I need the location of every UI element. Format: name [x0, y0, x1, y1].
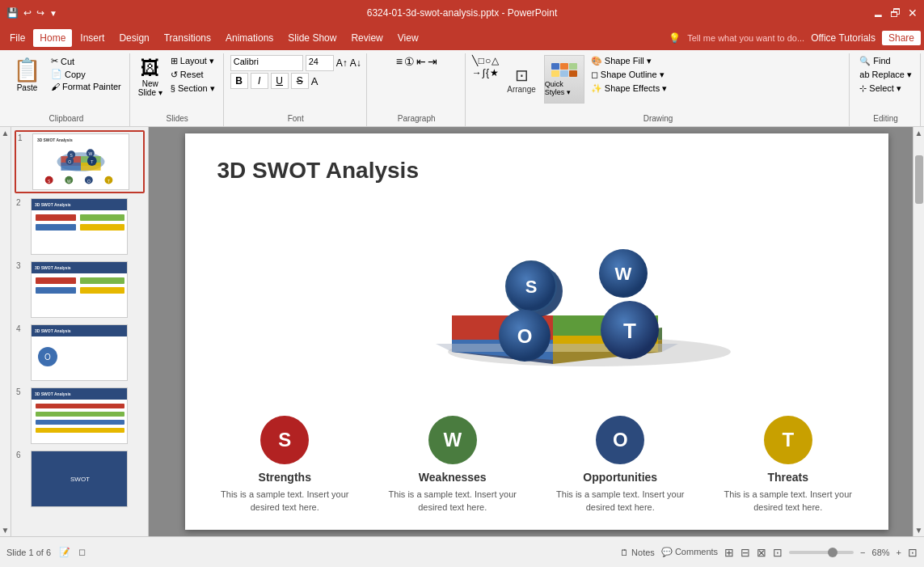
view-normal[interactable]: ⊞	[724, 546, 734, 559]
swot-item-o: O Opportunities This is a sample text. I…	[546, 416, 694, 514]
layout-button[interactable]: ⊞ Layout ▾	[167, 55, 218, 67]
shapes-palette: ╲ □ ○ △ → ∫ { ★	[472, 55, 500, 78]
office-tutorials[interactable]: Office Tutorials	[811, 32, 875, 44]
reset-button[interactable]: ↺ Reset	[167, 69, 218, 81]
view-outline[interactable]: ⊟	[740, 546, 750, 559]
shape-arrow[interactable]: →	[472, 67, 482, 78]
right-scrollbar[interactable]: ▲ ▼	[913, 127, 924, 536]
scroll-down-arrow[interactable]: ▼	[913, 524, 924, 536]
zoom-thumb[interactable]	[828, 548, 838, 557]
notes-button[interactable]: 🗒 Notes	[620, 548, 655, 557]
shape-rect[interactable]: □	[479, 55, 484, 66]
tell-me-input[interactable]: Tell me what you want to do...	[687, 33, 804, 43]
redo-icon[interactable]: ↪	[36, 7, 44, 19]
font-shrink[interactable]: A↓	[350, 57, 361, 69]
slide-thumb-2[interactable]: 2 3D SWOT Analysis	[15, 197, 145, 256]
shape-effects-button[interactable]: ✨ Shape Effects ▾	[588, 83, 670, 95]
font-family[interactable]: Calibri	[230, 55, 303, 71]
bullets-button[interactable]: ≡	[396, 55, 403, 68]
swot-name-w: Weaknesses	[419, 471, 487, 484]
font-grow[interactable]: A↑	[336, 57, 348, 69]
minimize-btn[interactable]: 🗕	[872, 6, 884, 19]
menu-review[interactable]: Review	[344, 29, 389, 47]
new-slide-button[interactable]: 🖼 New Slide ▾	[137, 55, 164, 99]
slides-label: Slides	[167, 114, 188, 125]
view-reading[interactable]: ⊡	[773, 546, 783, 559]
shape-curve[interactable]: ∫	[483, 67, 485, 78]
slide-indicator-icon[interactable]: ◻	[78, 547, 86, 557]
paste-button[interactable]: 📋 Paste	[8, 55, 46, 94]
zoom-out[interactable]: −	[860, 548, 865, 557]
strikethrough-button[interactable]: S	[291, 73, 309, 89]
arrange-button[interactable]: ⊡ Arrange	[502, 55, 541, 104]
editing-controls: 🔍 Find ab Replace ▾ ⊹ Select ▾	[856, 55, 915, 95]
font-color[interactable]: A	[311, 75, 319, 87]
menu-file[interactable]: File	[3, 29, 32, 47]
font-size[interactable]: 24	[306, 55, 334, 71]
scroll-up-arrow[interactable]: ▲	[913, 127, 924, 139]
format-painter-button[interactable]: 🖌Format Painter	[48, 81, 124, 92]
save-icon[interactable]: 💾	[6, 7, 19, 19]
section-button[interactable]: § Section ▾	[167, 83, 218, 95]
slide-num-4: 4	[16, 324, 26, 333]
swot-circle-t: T	[764, 416, 812, 464]
undo-icon[interactable]: ↩	[23, 7, 32, 19]
menu-view[interactable]: View	[391, 29, 425, 47]
copy-button[interactable]: 📄Copy	[48, 68, 124, 80]
scroll-up[interactable]: ▲	[0, 127, 11, 139]
menu-transitions[interactable]: Transitions	[158, 29, 217, 47]
title-bar: 💾 ↩ ↪ ▼ 6324-01-3d-swot-analysis.pptx - …	[0, 0, 924, 26]
indent-more[interactable]: ⇥	[428, 55, 437, 68]
svg-rect-31	[80, 277, 124, 284]
numbering-button[interactable]: ①	[404, 55, 415, 68]
slides-small: ⊞ Layout ▾ ↺ Reset § Section ▾	[167, 55, 218, 95]
menu-insert[interactable]: Insert	[74, 29, 111, 47]
slide-thumb-5[interactable]: 5 3D SWOT Analysis	[15, 386, 145, 446]
menu-design[interactable]: Design	[112, 29, 155, 47]
shape-outline-button[interactable]: ◻ Shape Outline ▾	[588, 69, 670, 81]
zoom-in[interactable]: +	[897, 548, 901, 557]
find-button[interactable]: 🔍 Find	[856, 55, 915, 67]
fit-window[interactable]: ⊡	[908, 546, 918, 559]
quick-styles-button[interactable]: Quick Styles ▾	[544, 55, 584, 104]
view-slide[interactable]: ⊠	[757, 546, 766, 559]
shape-line[interactable]: ╲	[472, 55, 478, 66]
shape-tri[interactable]: △	[492, 55, 499, 66]
menu-slideshow[interactable]: Slide Show	[281, 29, 343, 47]
menu-home[interactable]: Home	[33, 29, 72, 47]
select-button[interactable]: ⊹ Select ▾	[856, 83, 915, 95]
share-button[interactable]: Share	[882, 31, 921, 45]
slide-thumb-6[interactable]: 6 SWOT	[15, 449, 145, 509]
slide-preview-2: 3D SWOT Analysis	[31, 198, 128, 255]
replace-button[interactable]: ab Replace ▾	[856, 69, 915, 81]
menu-animations[interactable]: Animations	[219, 29, 280, 47]
svg-rect-33	[80, 287, 124, 294]
slide-thumb-4[interactable]: 4 3D SWOT Analysis O	[15, 323, 145, 383]
shape-star[interactable]: ★	[490, 67, 499, 78]
bold-button[interactable]: B	[230, 73, 248, 89]
slides-group: 🖼 New Slide ▾ ⊞ Layout ▾ ↺ Reset § Secti…	[132, 53, 224, 126]
shape-ellipse[interactable]: ○	[485, 55, 491, 66]
window-title: 6324-01-3d-swot-analysis.pptx - PowerPoi…	[367, 7, 557, 19]
indent-less[interactable]: ⇤	[416, 55, 426, 68]
slide-thumb-1[interactable]: 1 3D SWOT Analysis S W O	[15, 130, 145, 193]
close-btn[interactable]: ✕	[908, 6, 918, 19]
slide-preview-5: 3D SWOT Analysis	[31, 387, 128, 444]
scroll-thumb[interactable]	[915, 155, 923, 204]
scroll-down[interactable]: ▼	[0, 524, 11, 536]
zoom-slider[interactable]	[789, 551, 854, 554]
slide-thumb-3[interactable]: 3 3D SWOT Analysis	[15, 260, 145, 319]
restore-btn[interactable]: 🗗	[890, 6, 901, 19]
underline-button[interactable]: U	[271, 73, 289, 89]
shape-brace[interactable]: {	[486, 67, 489, 78]
slide-num-2: 2	[16, 198, 26, 207]
left-scrollbar[interactable]: ▲ ▼	[0, 127, 11, 536]
cut-button[interactable]: ✂Cut	[48, 55, 124, 67]
comments-button[interactable]: 💬 Comments	[661, 547, 718, 557]
slide-canvas[interactable]: 3D SWOT Analysis	[185, 133, 888, 530]
shape-fill-button[interactable]: 🎨 Shape Fill ▾	[588, 55, 670, 67]
italic-button[interactable]: I	[251, 73, 268, 89]
customize-icon[interactable]: ▼	[49, 9, 57, 18]
shapes-row2: → ∫ { ★	[472, 67, 500, 78]
swot-text-t: This is a sample text. Insert your desir…	[714, 489, 862, 514]
